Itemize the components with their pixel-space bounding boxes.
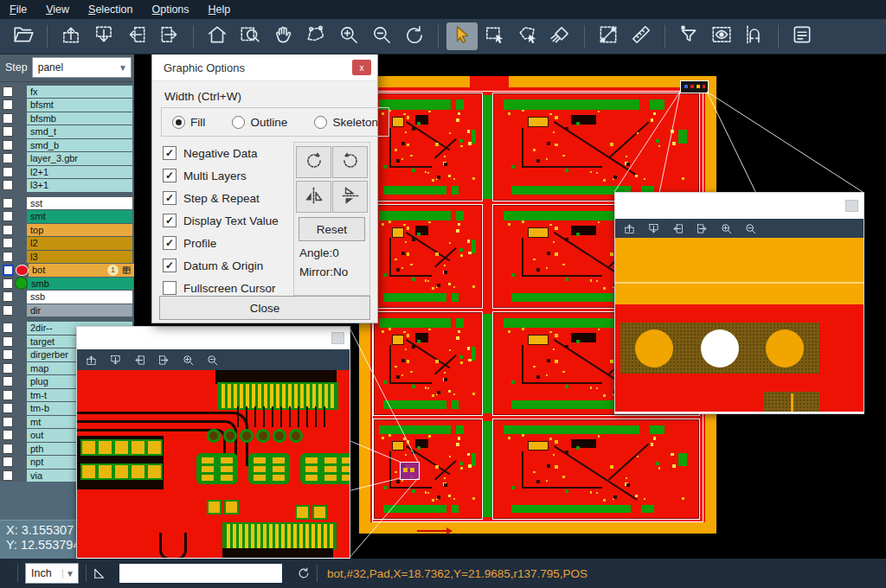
layer-name[interactable]: ssb: [27, 291, 132, 304]
menu-item-selection[interactable]: Selection: [79, 0, 142, 19]
layer-visibility-checkbox[interactable]: [3, 211, 13, 221]
layer-visibility-checkbox[interactable]: [3, 180, 13, 190]
pcb-board[interactable]: [493, 419, 699, 519]
layer-visibility-checkbox[interactable]: [3, 363, 13, 374]
layer-visibility-checkbox[interactable]: [3, 167, 13, 177]
pan-left-button[interactable]: [121, 22, 152, 50]
layer-name[interactable]: l3: [27, 251, 132, 264]
layer-row[interactable]: layer_3.gbr: [0, 152, 134, 166]
popup-pcb-view[interactable]: [77, 370, 350, 558]
select-button[interactable]: [446, 22, 478, 50]
reset-button[interactable]: Reset: [299, 217, 365, 241]
layer-visibility-checkbox[interactable]: [3, 198, 13, 208]
refresh-icon[interactable]: [296, 566, 311, 581]
checkbox-step-repeat[interactable]: ✓Step & Repeat: [163, 187, 279, 209]
pan-right-button[interactable]: [154, 22, 185, 50]
layer-visibility-checkbox[interactable]: [3, 291, 13, 302]
menu-item-options[interactable]: Options: [142, 0, 198, 19]
layer-visibility-checkbox[interactable]: [3, 126, 13, 137]
checkbox-multi-layers[interactable]: ✓Multi Layers: [163, 164, 279, 187]
zoom-previous-button[interactable]: [399, 22, 430, 50]
pcb-board[interactable]: [374, 312, 482, 415]
flip-vertical-button[interactable]: [332, 181, 368, 213]
layer-row[interactable]: smd_b: [0, 138, 134, 152]
zoom-in-icon[interactable]: [182, 354, 195, 367]
layer-visibility-checkbox[interactable]: [3, 417, 13, 427]
layer-visibility-checkbox[interactable]: [3, 238, 13, 248]
layer-row[interactable]: sst: [0, 196, 134, 210]
pcb-board[interactable]: [493, 93, 699, 201]
zoom-popup-window[interactable]: [76, 326, 350, 560]
view-options-button[interactable]: [706, 22, 737, 50]
zoom-out-icon[interactable]: [206, 354, 219, 367]
layer-visibility-checkbox[interactable]: [3, 470, 13, 481]
layer-visibility-checkbox[interactable]: [3, 336, 13, 347]
radio-skeleton[interactable]: Skeleton: [314, 116, 378, 129]
layer-visibility-checkbox[interactable]: [3, 430, 13, 440]
layer-visibility-checkbox[interactable]: [3, 99, 13, 110]
layer-name[interactable]: smd_b: [27, 139, 132, 152]
layer-name[interactable]: top: [27, 224, 132, 237]
checkbox-profile[interactable]: ✓Profile: [163, 232, 279, 254]
pcb-board[interactable]: [374, 93, 482, 201]
layer-name[interactable]: smt: [27, 210, 132, 223]
layer-name[interactable]: layer_3.gbr: [27, 152, 132, 165]
zoom-out-button[interactable]: [366, 22, 397, 50]
checkbox-display-text-value[interactable]: ✓Display Text Value: [163, 209, 279, 232]
command-input[interactable]: [119, 564, 282, 583]
radio-outline[interactable]: Outline: [232, 116, 287, 129]
layer-visibility-checkbox[interactable]: [3, 390, 13, 400]
layer-visibility-checkbox[interactable]: [3, 86, 13, 97]
layer-name[interactable]: smb: [28, 278, 133, 291]
snap-button[interactable]: [739, 22, 770, 50]
pan-left-icon[interactable]: [671, 222, 684, 235]
zoom-in-icon[interactable]: [720, 222, 733, 235]
measure-ruler-button[interactable]: [626, 22, 657, 50]
open-folder-button[interactable]: [8, 22, 39, 50]
layer-row[interactable]: l3: [0, 250, 134, 264]
zoom-window-button[interactable]: [234, 22, 266, 50]
layer-visibility-checkbox[interactable]: [3, 153, 13, 163]
rotate-ccw-button[interactable]: [332, 146, 368, 178]
zoom-in-button[interactable]: [333, 22, 364, 50]
flip-horizontal-button[interactable]: [296, 181, 331, 213]
layer-name[interactable]: sst: [27, 197, 132, 210]
layer-visibility-checkbox[interactable]: [3, 323, 13, 333]
units-select[interactable]: Inch ▼: [25, 563, 79, 584]
zoom-out-icon[interactable]: [744, 222, 757, 235]
menu-item-file[interactable]: File: [0, 0, 36, 19]
layer-visibility-checkbox[interactable]: [3, 349, 13, 360]
layer-row[interactable]: bot1: [0, 264, 134, 278]
zoom-object-button[interactable]: [300, 22, 331, 50]
pan-up-icon[interactable]: [623, 222, 636, 235]
zoom-popup-window[interactable]: [614, 192, 864, 414]
table-icon[interactable]: [122, 265, 132, 277]
layer-visibility-checkbox[interactable]: [3, 252, 13, 262]
layer-visibility-checkbox[interactable]: [3, 225, 13, 235]
layer-visibility-checkbox[interactable]: [3, 305, 13, 316]
popup-title-bar[interactable]: [77, 327, 350, 349]
pan-down-icon[interactable]: [109, 354, 122, 367]
layer-visibility-checkbox[interactable]: [3, 403, 13, 413]
layer-row[interactable]: l3+1: [0, 179, 134, 193]
layer-row[interactable]: bfsmt: [0, 99, 134, 112]
layer-row[interactable]: fx: [0, 85, 134, 99]
layer-name[interactable]: bot1: [29, 264, 134, 277]
pan-up-button[interactable]: [55, 22, 87, 50]
clear-button[interactable]: [545, 22, 576, 50]
layer-row[interactable]: ssb: [0, 291, 134, 304]
layer-name[interactable]: l3+1: [27, 179, 132, 192]
pan-right-icon[interactable]: [157, 354, 170, 367]
layer-row[interactable]: l2: [0, 237, 134, 251]
menu-item-help[interactable]: Help: [199, 0, 241, 19]
popup-window-button[interactable]: [845, 200, 858, 212]
layer-name[interactable]: dir: [27, 304, 132, 317]
magnifier-source-rect[interactable]: [680, 80, 709, 93]
layer-row[interactable]: bfsmb: [0, 112, 134, 125]
pcb-board[interactable]: [374, 419, 482, 519]
rotate-cw-button[interactable]: [296, 146, 331, 178]
layer-visibility-checkbox[interactable]: [3, 265, 14, 276]
layer-visibility-checkbox[interactable]: [3, 444, 13, 454]
measure-angle-icon[interactable]: [92, 566, 107, 581]
layer-name[interactable]: fx: [27, 86, 132, 99]
